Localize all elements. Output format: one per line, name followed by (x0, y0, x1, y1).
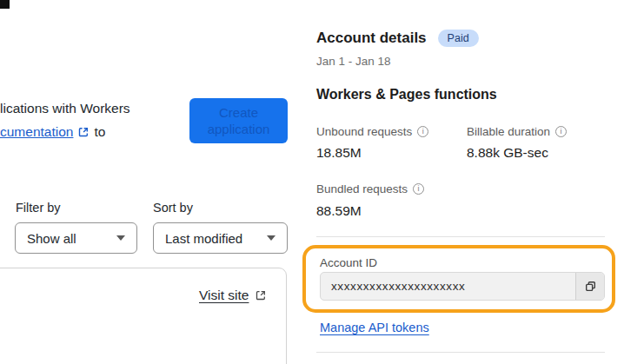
manage-api-tokens-link[interactable]: Manage API tokens (320, 321, 429, 334)
metric-label-text: Bundled requests (316, 182, 408, 195)
account-id-value: xxxxxxxxxxxxxxxxxxxxx (321, 280, 575, 293)
metric-label-text: Unbound requests (316, 125, 412, 138)
workers-pages-section-title: Workers & Pages functions (316, 87, 497, 103)
metric-value-unbound-requests: 18.85M (316, 145, 362, 161)
copy-icon (584, 280, 597, 293)
account-details-header: Account details Paid (316, 30, 479, 47)
sort-dropdown[interactable]: Last modified (153, 222, 288, 254)
metric-label-text: Billable duration (467, 125, 550, 138)
intro-text-line1: lications with Workers (0, 101, 130, 116)
documentation-link[interactable]: cumentation (0, 124, 73, 140)
intro-text-suffix: to (94, 124, 105, 140)
metric-label-billable-duration: Billable duration i (467, 125, 567, 138)
filter-dropdown[interactable]: Show all (15, 222, 137, 254)
intro-text-line2: cumentation to (0, 124, 105, 140)
filter-by-label: Filter by (16, 201, 61, 215)
divider (316, 352, 605, 353)
metric-value-billable-duration: 8.88k GB-sec (467, 145, 548, 161)
metric-value-bundled-requests: 88.59M (316, 203, 362, 219)
account-id-label: Account ID (320, 256, 377, 269)
screen-corner-artifact (0, 0, 10, 9)
filter-dropdown-value: Show all (27, 231, 76, 246)
metric-label-bundled-requests: Bundled requests i (316, 182, 424, 195)
chevron-down-icon (116, 235, 125, 241)
info-icon[interactable]: i (413, 183, 424, 195)
copy-account-id-button[interactable] (575, 273, 604, 300)
sort-dropdown-value: Last modified (165, 231, 242, 246)
info-icon[interactable]: i (555, 126, 567, 137)
external-link-icon (77, 126, 90, 138)
create-application-button[interactable]: Create application (189, 98, 288, 143)
account-id-field[interactable]: xxxxxxxxxxxxxxxxxxxxx (320, 272, 605, 301)
chevron-down-icon (267, 235, 275, 241)
visit-site-row: Visit site (199, 288, 267, 303)
account-details-title: Account details (316, 30, 427, 47)
project-card (0, 268, 287, 364)
divider (316, 236, 605, 237)
sort-by-label: Sort by (153, 201, 193, 215)
external-link-icon (255, 289, 267, 301)
plan-status-badge: Paid (438, 30, 479, 47)
visit-site-link[interactable]: Visit site (199, 288, 249, 303)
info-icon[interactable]: i (417, 126, 428, 137)
billing-date-range: Jan 1 - Jan 18 (316, 55, 391, 68)
metric-label-unbound-requests: Unbound requests i (316, 125, 428, 138)
